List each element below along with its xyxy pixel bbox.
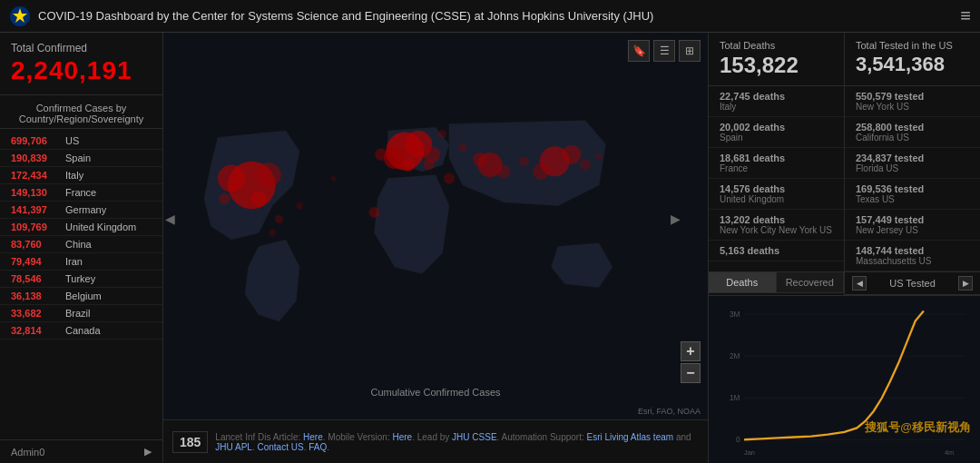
death-item[interactable]: 5,163 deaths [709,241,844,261]
svg-point-22 [296,202,303,210]
svg-text:3M: 3M [730,310,740,319]
svg-point-29 [438,130,446,138]
svg-point-16 [533,163,549,180]
jhu-logo [9,5,31,27]
tested-tab-area: ◀ US Tested ▶ [845,271,980,295]
right-panel: Total Deaths 153,822 Total Tested in the… [708,33,980,463]
svg-point-17 [369,207,380,218]
total-confirmed-value: 2,240,191 [11,56,152,85]
tested-item[interactable]: 148,744 testedMassachusetts US [845,241,980,271]
list-item[interactable]: 33,682Brazil [0,305,162,322]
svg-point-20 [519,157,529,167]
svg-text:0: 0 [736,436,740,444]
list-item[interactable]: 78,546Turkey [0,271,162,288]
svg-point-18 [444,173,455,184]
map-zoom-controls: + − [681,341,701,383]
cases-by-region-label: Confirmed Cases by Country/Region/Sovere… [0,95,162,129]
death-item[interactable]: 22,745 deathsItaly [709,86,844,117]
bookmark-button[interactable]: 🔖 [628,40,650,62]
svg-point-30 [424,160,435,171]
left-sidebar: Total Confirmed 2,240,191 Confirmed Case… [0,33,163,463]
death-item[interactable]: 14,576 deathsUnited Kingdom [709,179,844,210]
list-item[interactable]: 149,130France [0,184,162,202]
tested-item[interactable]: 234,837 testedFlorida US [845,148,980,179]
list-item[interactable]: 190,839Spain [0,150,162,167]
tested-item[interactable]: 169,536 testedTexas US [845,179,980,210]
tested-item[interactable]: 157,449 testedNew Jersey US [845,210,980,241]
tested-tab-next[interactable]: ▶ [958,276,973,291]
svg-point-15 [563,145,582,164]
zoom-in-button[interactable]: + [681,341,701,361]
svg-text:1M: 1M [730,394,740,402]
tested-tab-label: US Tested [889,278,936,289]
tested-item[interactable]: 550,579 testedNew York US [845,86,980,117]
tabs-row: Deaths Recovered ◀ US Tested ▶ [709,271,980,296]
death-item[interactable]: 20,002 deathsSpain [709,117,844,148]
list-item[interactable]: 36,138Belgium [0,288,162,305]
svg-point-6 [220,193,230,204]
list-item[interactable]: 141,397Germany [0,202,162,219]
svg-point-13 [473,153,486,166]
svg-point-25 [580,160,591,171]
svg-point-21 [275,215,283,223]
deaths-label: Total Deaths [720,40,833,51]
map-container[interactable]: 🔖 ☰ ⊞ [163,33,708,419]
total-confirmed-box: Total Confirmed 2,240,191 [0,33,162,95]
tested-item[interactable]: 258,800 testedCalifornia US [845,117,980,148]
header-title: COVID-19 Dashboard by the Center for Sys… [38,9,960,23]
death-item[interactable]: 18,681 deathsFrance [709,148,844,179]
svg-point-19 [497,165,511,179]
watermark: 搜狐号@移民新视角 [865,419,971,436]
tested-label: Total Tested in the US [856,40,969,51]
list-item[interactable]: 79,494Iran [0,253,162,271]
country-list[interactable]: 699,706US190,839Spain172,434Italy149,130… [0,129,162,439]
sidebar-bottom: Admin0 ▶ [0,439,162,463]
zoom-out-button[interactable]: − [681,363,701,383]
svg-point-11 [402,158,416,172]
svg-text:4m: 4m [945,448,954,457]
tab-recovered[interactable]: Recovered [777,272,845,292]
total-confirmed-label: Total Confirmed [11,42,152,54]
main-layout: Total Confirmed 2,240,191 Confirmed Case… [0,33,980,463]
map-label: Cumulative Confirmed Cases [370,387,500,398]
svg-point-26 [595,153,603,161]
svg-point-4 [257,163,281,187]
list-item[interactable]: 699,706US [0,133,162,150]
list-button[interactable]: ☰ [653,40,675,62]
list-item[interactable]: 32,814Canada [0,322,162,340]
svg-text:2M: 2M [730,352,740,360]
list-item[interactable]: 83,760China [0,236,162,253]
right-deaths-col: 22,745 deathsItaly20,002 deathsSpain18,6… [709,86,845,271]
tested-value: 3,541,368 [856,53,969,76]
grid-button[interactable]: ⊞ [679,40,701,62]
deaths-tabs: Deaths Recovered [709,271,845,295]
tab-deaths[interactable]: Deaths [709,272,777,292]
chart-area: 3M 2M 1M 0 4m Jan 搜狐号@移民新视角 [709,296,980,463]
svg-point-23 [331,176,337,182]
number-badge: 185 [172,431,208,453]
world-map [163,33,708,419]
svg-point-27 [269,230,276,237]
tested-tab-controls: ◀ US Tested ▶ [845,271,980,295]
map-nav-left[interactable]: ◀ [165,212,175,226]
svg-point-3 [218,165,245,192]
bottom-info-bar: 185 Lancet Inf Dis Article: Here. Mobile… [163,419,708,463]
chart-svg: 3M 2M 1M 0 4m Jan [709,296,980,463]
svg-point-24 [459,143,467,152]
deaths-tab-buttons: Deaths Recovered [709,271,844,293]
map-nav-right[interactable]: ▶ [671,212,681,226]
death-item[interactable]: 13,202 deathsNew York City New York US [709,210,844,241]
list-item[interactable]: 172,434Italy [0,167,162,184]
menu-icon[interactable]: ≡ [960,5,971,26]
map-toolbar: 🔖 ☰ ⊞ [628,40,701,62]
top-stats: Total Deaths 153,822 Total Tested in the… [709,33,980,86]
map-attribution: Esri, FAO, NOAA [638,407,701,416]
tested-tab-prev[interactable]: ◀ [852,276,867,291]
list-item[interactable]: 109,769United Kingdom [0,219,162,236]
right-tested-col: 550,579 testedNew York US258,800 testedC… [845,86,980,271]
sidebar-nav-right[interactable]: ▶ [144,446,152,458]
center-area: 🔖 ☰ ⊞ [163,33,708,463]
svg-point-5 [250,191,267,207]
svg-point-28 [375,149,387,162]
svg-text:Jan: Jan [744,448,755,457]
